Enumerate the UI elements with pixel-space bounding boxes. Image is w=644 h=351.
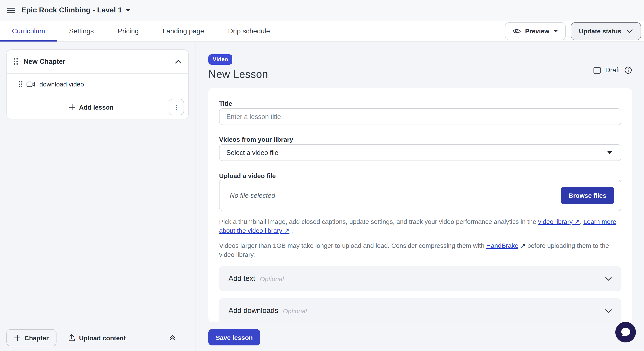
app-window: Epic Rock Climbing - Level 1 Curriculum … <box>0 0 644 351</box>
video-library-link[interactable]: video library ↗ <box>538 218 580 225</box>
video-camera-icon <box>26 81 35 88</box>
tab-settings[interactable]: Settings <box>57 20 106 42</box>
tabs: Curriculum Settings Pricing Landing page… <box>0 20 282 42</box>
hamburger-menu-icon[interactable] <box>7 8 15 13</box>
upload-content-label: Upload content <box>79 334 126 341</box>
video-library-selected-value: Select a video file <box>226 149 278 156</box>
upload-icon <box>68 334 75 342</box>
tab-drip-schedule[interactable]: Drip schedule <box>216 20 282 42</box>
chat-bubble-icon <box>620 326 632 338</box>
draft-label: Draft <box>605 66 620 74</box>
lesson-title-input[interactable] <box>219 108 621 125</box>
info-icon[interactable] <box>624 66 632 74</box>
eye-icon <box>513 28 521 34</box>
browse-files-button[interactable]: Browse files <box>561 187 614 204</box>
add-text-panel[interactable]: Add text Optional <box>219 266 621 291</box>
draft-toggle-row: Draft <box>594 66 632 74</box>
add-lesson-label: Add lesson <box>79 103 114 111</box>
chapter-card: New Chapter download video <box>6 49 189 120</box>
upload-field-label: Upload a video file <box>219 172 621 180</box>
external-link-icon: ↗ <box>574 218 580 225</box>
lesson-type-badge: Video <box>208 54 232 65</box>
tab-curriculum[interactable]: Curriculum <box>0 20 57 42</box>
save-lesson-button[interactable]: Save lesson <box>208 329 260 346</box>
caret-down-icon <box>554 30 558 32</box>
kebab-icon: ⋮ <box>173 104 180 110</box>
chapter-options-button[interactable]: ⋮ <box>168 99 184 115</box>
video-library-select[interactable]: Select a video file <box>219 144 621 161</box>
add-downloads-label: Add downloads <box>228 306 278 315</box>
course-title: Epic Rock Climbing - Level 1 <box>22 6 122 14</box>
add-chapter-label: Chapter <box>24 334 48 341</box>
update-status-button[interactable]: Update status <box>571 22 641 40</box>
library-field-label: Videos from your library <box>219 136 621 144</box>
title-field-label: Title <box>219 100 621 108</box>
chevron-down-icon <box>626 29 633 33</box>
double-chevron-up-icon <box>169 334 176 341</box>
lesson-title: download video <box>39 80 84 88</box>
lesson-editor: Video New Lesson Draft Title Videos from… <box>196 42 644 351</box>
add-downloads-panel[interactable]: Add downloads Optional <box>219 298 621 322</box>
sidebar-footer: Chapter Upload content <box>0 324 196 351</box>
chevron-down-icon <box>126 9 130 12</box>
add-text-label: Add text <box>228 274 255 283</box>
tab-pricing[interactable]: Pricing <box>106 20 150 42</box>
add-lesson-button[interactable]: Add lesson <box>14 103 168 111</box>
preview-button[interactable]: Preview <box>505 22 566 40</box>
external-link-icon: ↗ <box>520 242 526 249</box>
drag-handle-icon[interactable] <box>18 81 22 87</box>
collapse-all-button[interactable] <box>169 334 176 341</box>
video-library-help-text: Pick a thumbnail image, add closed capti… <box>219 217 621 235</box>
file-upload-dropzone[interactable]: No file selected Browse files <box>219 180 621 211</box>
lesson-item[interactable]: download video <box>7 74 188 95</box>
lesson-form-card: Title Videos from your library Select a … <box>208 88 632 322</box>
chapter-header: New Chapter <box>7 50 188 74</box>
optional-label: Optional <box>260 275 284 282</box>
chevron-down-icon <box>605 276 612 281</box>
external-link-icon: ↗ <box>284 227 290 234</box>
tab-bar: Curriculum Settings Pricing Landing page… <box>0 20 644 42</box>
course-switcher[interactable]: Epic Rock Climbing - Level 1 <box>22 6 130 14</box>
curriculum-sidebar: New Chapter download video <box>0 42 196 351</box>
plus-icon <box>14 334 20 341</box>
add-chapter-button[interactable]: Chapter <box>6 329 56 346</box>
update-status-label: Update status <box>579 28 621 35</box>
no-file-text: No file selected <box>230 192 275 199</box>
page-title: New Lesson <box>208 68 632 80</box>
chapter-title: New Chapter <box>24 58 170 65</box>
chevron-up-icon[interactable] <box>175 59 182 64</box>
chat-widget-button[interactable] <box>615 322 636 342</box>
file-size-help-text: Videos larger than 1GB may take longer t… <box>219 241 621 259</box>
top-bar: Epic Rock Climbing - Level 1 <box>0 0 644 20</box>
draft-checkbox[interactable] <box>594 66 601 74</box>
chapter-footer: Add lesson ⋮ <box>7 95 188 119</box>
preview-label: Preview <box>525 28 549 35</box>
handbrake-link[interactable]: HandBrake <box>486 242 518 249</box>
upload-content-button[interactable]: Upload content <box>68 334 126 342</box>
caret-down-icon <box>607 151 612 154</box>
tab-landing-page[interactable]: Landing page <box>150 20 216 42</box>
chevron-down-icon <box>605 308 612 313</box>
drag-handle-icon[interactable] <box>14 58 18 65</box>
plus-icon <box>69 104 75 110</box>
optional-label: Optional <box>283 307 307 314</box>
